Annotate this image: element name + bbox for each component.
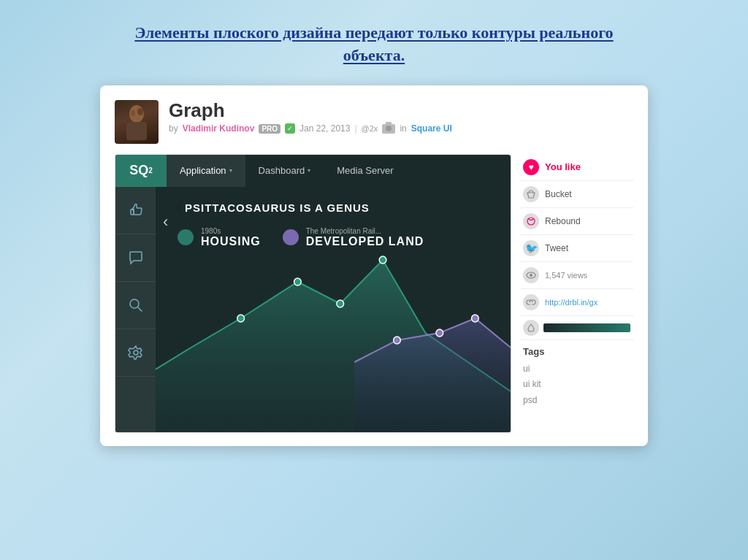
svg-point-17 <box>527 218 535 225</box>
bucket-label: Bucket <box>545 189 572 199</box>
chart-svg-container <box>156 187 511 432</box>
camera-icon <box>382 124 395 134</box>
rebound-label: Rebound <box>545 216 581 226</box>
svg-point-5 <box>130 299 139 308</box>
author-prefix: by <box>169 123 178 134</box>
color-bar-container <box>520 316 633 340</box>
bucket-icon <box>523 186 539 202</box>
graph-title: Graph <box>169 100 633 121</box>
pro-badge: PRO <box>259 124 280 134</box>
action-bucket[interactable]: Bucket <box>520 181 633 208</box>
retina-badge: @2x <box>362 124 378 133</box>
app-body: ‹ PSITTACOSAURUS IS A GENUS 1980s HOUSIN… <box>115 187 511 432</box>
card-header: Graph by Vladimir Kudinov PRO ✓ Jan 22, … <box>115 100 633 144</box>
sidebar-icon-comment[interactable] <box>115 234 156 282</box>
in-label: in <box>400 123 406 134</box>
avatar-image <box>122 104 151 140</box>
header-meta: by Vladimir Kudinov PRO ✓ Jan 22, 2013 |… <box>169 123 633 134</box>
content-area: SQ2 Application ▾ Dashboard ▾ Media Serv… <box>115 154 633 433</box>
svg-point-10 <box>294 278 302 285</box>
heart-icon: ♥ <box>523 159 539 175</box>
app-nav-items: Application ▾ Dashboard ▾ Media Server <box>167 155 511 187</box>
action-rebound[interactable]: Rebound <box>520 208 633 235</box>
svg-point-16 <box>472 315 479 322</box>
sidebar-icon-search[interactable] <box>115 282 156 329</box>
sidebar-icon-settings[interactable] <box>115 329 156 377</box>
rebound-icon <box>523 213 539 229</box>
main-card: Graph by Vladimir Kudinov PRO ✓ Jan 22, … <box>100 85 648 446</box>
separator: | <box>354 123 356 134</box>
author-name[interactable]: Vladimir Kudinov <box>183 123 255 134</box>
svg-rect-4 <box>131 210 134 215</box>
right-sidebar: ♥ You like Bucket <box>520 154 633 433</box>
tags-section: Tags ui ui kit psd <box>520 340 633 415</box>
svg-point-11 <box>337 300 344 307</box>
action-you-like[interactable]: ♥ You like <box>520 154 633 181</box>
nav-arrow-application: ▾ <box>229 167 232 174</box>
tweet-label: Tweet <box>545 243 568 253</box>
svg-point-7 <box>134 350 138 355</box>
avatar <box>115 100 159 144</box>
you-like-label: You like <box>545 161 581 172</box>
title-section: Элементы плоского дизайна передают тольк… <box>118 22 630 67</box>
link-icon <box>523 294 539 310</box>
action-views: 1,547 views <box>520 262 633 289</box>
views-count: 1,547 views <box>545 271 587 280</box>
nav-item-application[interactable]: Application ▾ <box>167 155 245 187</box>
page-title: Элементы плоского дизайна передают тольк… <box>118 22 630 67</box>
app-navbar: SQ2 Application ▾ Dashboard ▾ Media Serv… <box>115 155 511 187</box>
check-badge: ✓ <box>285 123 295 134</box>
svg-point-12 <box>379 256 386 264</box>
eye-icon <box>523 267 539 283</box>
drop-icon <box>523 320 539 336</box>
svg-point-15 <box>436 329 443 337</box>
tags-title: Tags <box>523 346 630 357</box>
app-sidebar <box>115 187 156 432</box>
short-link: http://drbl.in/gx <box>545 298 598 307</box>
tag-ui[interactable]: ui <box>523 361 630 377</box>
collection-link[interactable]: Square UI <box>411 123 452 134</box>
post-date: Jan 22, 2013 <box>299 123 350 134</box>
action-link[interactable]: http://drbl.in/gx <box>520 289 633 316</box>
svg-point-19 <box>530 274 533 277</box>
app-logo: SQ2 <box>115 155 167 187</box>
app-main-chart: ‹ PSITTACOSAURUS IS A GENUS 1980s HOUSIN… <box>156 187 511 432</box>
header-info: Graph by Vladimir Kudinov PRO ✓ Jan 22, … <box>169 100 633 134</box>
tag-psd[interactable]: psd <box>523 393 630 409</box>
action-tweet[interactable]: 🐦 Tweet <box>520 235 633 262</box>
svg-line-6 <box>138 307 142 311</box>
svg-point-14 <box>394 337 401 344</box>
svg-point-2 <box>131 110 135 116</box>
app-screenshot: SQ2 Application ▾ Dashboard ▾ Media Serv… <box>115 154 511 433</box>
nav-arrow-dashboard: ▾ <box>308 167 310 174</box>
nav-item-dashboard[interactable]: Dashboard ▾ <box>245 155 324 187</box>
tweet-icon: 🐦 <box>523 240 539 256</box>
color-palette-bar <box>543 323 630 332</box>
back-arrow[interactable]: ‹ <box>163 212 168 231</box>
nav-item-media-server[interactable]: Media Server <box>324 155 406 187</box>
svg-rect-1 <box>126 122 147 140</box>
sidebar-icon-thumbs-up[interactable] <box>115 187 156 234</box>
svg-point-3 <box>137 108 143 115</box>
svg-point-9 <box>237 315 245 322</box>
tag-ui-kit[interactable]: ui kit <box>523 377 630 393</box>
